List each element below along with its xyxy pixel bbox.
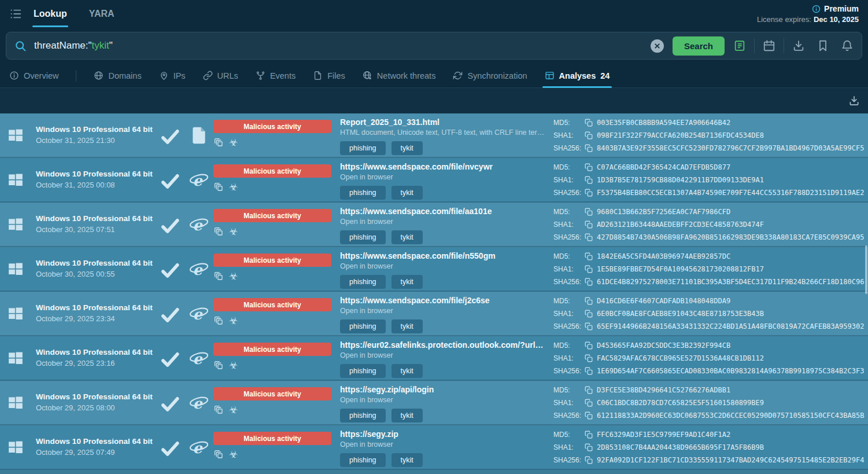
copy-icon[interactable] xyxy=(585,310,593,318)
analysis-row[interactable]: Windows 10 Professional 64 bit October 2… xyxy=(0,425,868,470)
analysis-row[interactable]: Windows 10 Professional 64 bit October 3… xyxy=(0,247,868,292)
copy-icon[interactable] xyxy=(585,354,593,362)
biohazard-icon[interactable]: ☣ xyxy=(229,315,238,326)
biohazard-icon[interactable]: ☣ xyxy=(229,405,238,415)
biohazard-icon[interactable]: ☣ xyxy=(229,360,238,370)
biohazard-icon[interactable]: ☣ xyxy=(229,182,238,192)
query-builder-icon[interactable] xyxy=(733,39,746,52)
bell-icon[interactable] xyxy=(841,39,854,52)
tab-synchronization[interactable]: Synchronization xyxy=(453,64,527,88)
search-input[interactable]: threatName:"tykit" Search xyxy=(6,32,862,60)
copy-stack-icon[interactable] xyxy=(213,226,224,237)
tab-domains[interactable]: Domains xyxy=(94,64,141,88)
download-icon[interactable] xyxy=(792,39,805,52)
copy-stack-icon[interactable] xyxy=(213,405,224,415)
copy-icon[interactable] xyxy=(585,144,593,152)
premium-info-icon[interactable] xyxy=(812,5,821,13)
vertical-scrollbar[interactable] xyxy=(865,245,867,294)
analysis-row[interactable]: Windows 10 Professional 64 bit October 2… xyxy=(0,336,868,381)
copy-icon[interactable] xyxy=(585,367,593,375)
sha256-label: SHA256: xyxy=(553,278,585,286)
tab-urls[interactable]: URLs xyxy=(203,64,238,88)
copy-icon[interactable] xyxy=(585,322,593,330)
copy-icon[interactable] xyxy=(585,265,593,273)
copy-icon[interactable] xyxy=(585,411,593,420)
tag-pill[interactable]: tykit xyxy=(391,453,423,467)
tag-pill[interactable]: tykit xyxy=(391,319,423,333)
tag-pill[interactable]: tykit xyxy=(391,230,423,244)
analysis-title[interactable]: https://segy.zip xyxy=(340,429,545,439)
tag-pill[interactable]: tykit xyxy=(391,141,423,155)
nav-tab-yara[interactable]: YARA xyxy=(89,0,114,28)
tag-pill[interactable]: tykit xyxy=(391,275,423,289)
copy-icon[interactable] xyxy=(585,233,593,241)
sha1-label: SHA1: xyxy=(553,131,585,139)
export-download-icon[interactable] xyxy=(848,95,860,106)
analysis-title[interactable]: https://www.sendspace.com/file/aa101e xyxy=(340,207,545,216)
tag-pill[interactable]: tykit xyxy=(391,409,423,422)
analysis-title[interactable]: https://www.sendspace.com/file/nvcywr xyxy=(340,162,545,171)
analysis-row[interactable]: Windows 10 Professional 64 bit October 3… xyxy=(0,203,868,247)
copy-icon[interactable] xyxy=(585,131,593,139)
copy-icon[interactable] xyxy=(585,221,593,229)
tag-pill[interactable]: phishing xyxy=(340,409,386,422)
copy-icon[interactable] xyxy=(585,399,593,407)
copy-icon[interactable] xyxy=(585,252,593,260)
analysis-title[interactable]: Report_2025_10_331.html xyxy=(340,117,545,127)
nav-tab-lookup[interactable]: Lookup xyxy=(34,0,67,28)
copy-stack-icon[interactable] xyxy=(213,360,224,370)
copy-icon[interactable] xyxy=(585,176,593,184)
copy-icon[interactable] xyxy=(585,297,593,305)
analysis-title[interactable]: https://segy.zip/api/login xyxy=(340,385,545,394)
tag-pill[interactable]: phishing xyxy=(340,230,386,244)
copy-icon[interactable] xyxy=(585,456,593,464)
copy-stack-icon[interactable] xyxy=(213,449,224,460)
copy-icon[interactable] xyxy=(585,431,593,439)
search-button[interactable]: Search xyxy=(673,36,725,56)
biohazard-icon[interactable]: ☣ xyxy=(229,226,238,237)
analysis-row[interactable]: Windows 10 Professional 64 bit October 2… xyxy=(0,381,868,425)
check-icon xyxy=(160,216,180,233)
tab-events[interactable]: Events xyxy=(256,64,296,88)
copy-stack-icon[interactable] xyxy=(213,137,224,148)
copy-icon[interactable] xyxy=(585,443,593,451)
biohazard-icon[interactable]: ☣ xyxy=(229,449,238,460)
copy-icon[interactable] xyxy=(585,278,593,286)
biohazard-icon[interactable]: ☣ xyxy=(229,271,238,281)
tag-pill[interactable]: phishing xyxy=(340,141,386,155)
tab-ips[interactable]: IPs xyxy=(159,64,186,88)
tab-files[interactable]: Files xyxy=(313,64,345,88)
analysis-title[interactable]: https://eur02.safelinks.protection.outlo… xyxy=(340,340,545,350)
sha256-value: 427D8854B7430A506B98FA9620B851662983DE9B… xyxy=(597,233,864,241)
analysis-row[interactable]: Windows 10 Professional 64 bit October 3… xyxy=(0,158,868,203)
copy-stack-icon[interactable] xyxy=(213,271,224,281)
analysis-row[interactable]: Windows 10 Professional 64 bit October 3… xyxy=(0,113,868,158)
analysis-row[interactable]: Windows 10 Professional 64 bit October 2… xyxy=(0,292,868,336)
copy-icon[interactable] xyxy=(585,119,593,127)
copy-icon[interactable] xyxy=(585,189,593,197)
bookmark-icon[interactable] xyxy=(817,39,829,52)
analysis-title[interactable]: https://www.sendspace.com/file/j2c6se xyxy=(340,296,545,305)
tag-pill[interactable]: phishing xyxy=(340,186,386,200)
tab-analyses[interactable]: Analyses 24 xyxy=(545,64,610,88)
tag-pill[interactable]: phishing xyxy=(340,275,386,289)
copy-icon[interactable] xyxy=(585,341,593,350)
analysis-title[interactable]: https://www.sendspace.com/file/n550gm xyxy=(340,251,545,260)
tag-pill[interactable]: tykit xyxy=(391,186,423,200)
analysis-content: https://www.sendspace.com/file/aa101e Op… xyxy=(331,203,545,246)
tab-network-threats[interactable]: Network threats xyxy=(363,64,436,88)
tag-pill[interactable]: tykit xyxy=(391,364,423,378)
copy-stack-icon[interactable] xyxy=(213,182,224,192)
tag-pill[interactable]: phishing xyxy=(340,453,386,467)
biohazard-icon[interactable]: ☣ xyxy=(229,137,238,148)
tag-pill[interactable]: phishing xyxy=(340,364,386,378)
copy-icon[interactable] xyxy=(585,208,593,216)
copy-icon[interactable] xyxy=(585,163,593,171)
menu-list-icon[interactable] xyxy=(9,8,22,20)
tab-overview[interactable]: Overview xyxy=(9,64,58,88)
tag-pill[interactable]: phishing xyxy=(340,319,386,333)
copy-stack-icon[interactable] xyxy=(213,315,224,326)
clear-search-button[interactable] xyxy=(651,39,664,53)
calendar-icon[interactable] xyxy=(763,39,775,52)
copy-icon[interactable] xyxy=(585,386,593,394)
